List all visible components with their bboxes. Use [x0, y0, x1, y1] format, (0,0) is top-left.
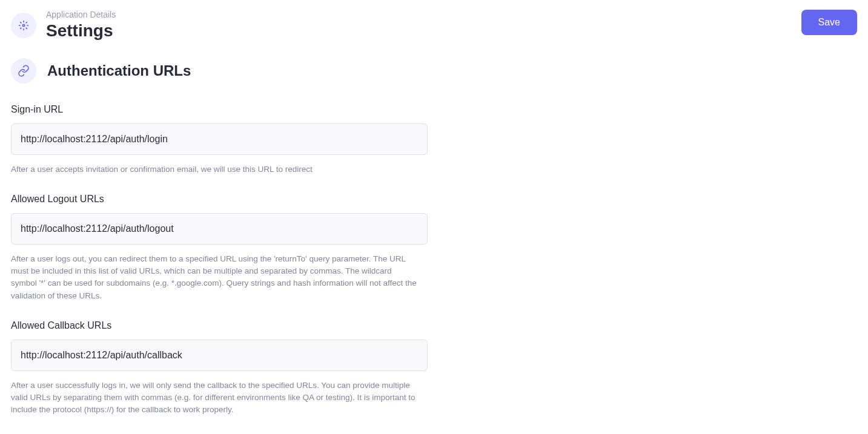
page-title: Settings [46, 21, 116, 41]
logout-urls-group: Allowed Logout URLs After a user logs ou… [11, 194, 435, 302]
save-button[interactable]: Save [801, 10, 857, 35]
section-header: Authentication URLs [11, 58, 857, 84]
header-titles: Application Details Settings [46, 10, 116, 41]
signin-url-group: Sign-in URL After a user accepts invitat… [11, 104, 435, 176]
logout-urls-help: After a user logs out, you can redirect … [11, 253, 418, 302]
signin-url-help: After a user accepts invitation or confi… [11, 163, 418, 176]
callback-urls-group: Allowed Callback URLs After a user succe… [11, 320, 435, 416]
section-title: Authentication URLs [47, 62, 191, 79]
callback-urls-input[interactable] [11, 340, 428, 371]
callback-urls-help: After a user successfully logs in, we wi… [11, 380, 418, 416]
breadcrumb: Application Details [46, 10, 116, 19]
link-icon [11, 58, 36, 84]
logout-urls-input[interactable] [11, 213, 428, 245]
svg-point-0 [22, 24, 24, 26]
header-left: Application Details Settings [11, 10, 116, 41]
settings-icon [11, 13, 36, 38]
callback-urls-label: Allowed Callback URLs [11, 320, 435, 331]
page-header: Application Details Settings Save [11, 10, 857, 41]
signin-url-input[interactable] [11, 123, 428, 155]
logout-urls-label: Allowed Logout URLs [11, 194, 435, 205]
signin-url-label: Sign-in URL [11, 104, 435, 115]
